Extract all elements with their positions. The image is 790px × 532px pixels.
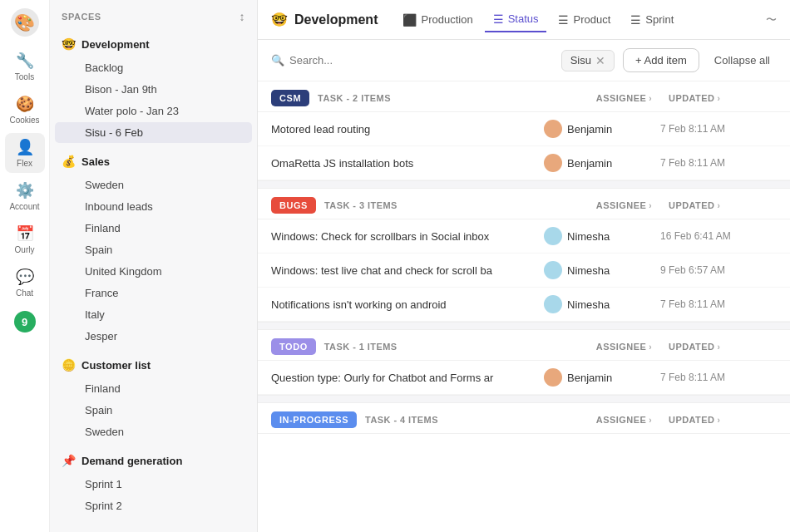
section-divider [258, 180, 790, 189]
bugs-item-count: TASK - 3 ITEMS [324, 200, 397, 210]
sidebar-group-sales-header[interactable]: 💰 Sales [50, 149, 257, 174]
task-row[interactable]: Question type: Ourly for Chatbot and For… [258, 361, 790, 395]
assignee-col-header-inprogress: ASSIGNEE › [596, 415, 652, 425]
sidebar-item-uk[interactable]: United Kingdom [55, 261, 252, 282]
task-updated: 9 Feb 6:57 AM [660, 264, 777, 276]
avatar [544, 261, 562, 279]
chat-icon: 💬 [16, 268, 34, 286]
sidebar-item-tools[interactable]: 🔧 Tools [5, 47, 45, 86]
task-row[interactable]: Windows: Check for scrollbars in Social … [258, 219, 790, 254]
task-name: Motored lead routing [271, 123, 544, 135]
sidebar-item-cookies[interactable]: 🍪 Cookies [5, 90, 45, 130]
sidebar-item-inbound[interactable]: Inbound leads [55, 196, 252, 217]
section-csm: CSM TASK - 2 ITEMS ASSIGNEE › UPDATED › … [258, 81, 790, 180]
development-group-icon: 🤓 [62, 37, 76, 51]
demandgen-group-icon: 📌 [62, 454, 76, 467]
customerlist-group-icon: 🪙 [62, 358, 76, 372]
sidebar-item-sprint1[interactable]: Sprint 1 [55, 474, 252, 495]
sidebar-item-sisu[interactable]: Sisu - 6 Feb [55, 122, 252, 143]
tab-sprint[interactable]: ☰ Sprint [622, 8, 682, 32]
sidebar: SPACES ↕ 🤓 Development Backlog Bison - J… [50, 0, 258, 532]
task-row[interactable]: Notifications isn't working on android N… [258, 288, 790, 322]
search-icon: 🔍 [271, 54, 284, 66]
task-updated: 7 Feb 8:11 AM [660, 123, 777, 135]
task-updated: 7 Feb 8:11 AM [660, 372, 777, 383]
task-row[interactable]: Motored lead routing Benjamin 7 Feb 8:11… [258, 112, 790, 146]
task-assignee: Nimesha [544, 227, 660, 245]
task-assignee: Nimesha [544, 261, 660, 279]
section-todo-header: TODO TASK - 1 ITEMS ASSIGNEE › UPDATED › [258, 330, 790, 361]
task-assignee: Benjamin [544, 368, 660, 387]
sidebar-header: SPACES ↕ [50, 0, 257, 32]
task-name: Windows: test live chat and check for sc… [271, 264, 544, 277]
section-bugs: BUGS TASK - 3 ITEMS ASSIGNEE › UPDATED ›… [258, 189, 790, 322]
sidebar-item-cl-finland[interactable]: Finland [55, 378, 252, 399]
sidebar-item-spain[interactable]: Spain [55, 239, 252, 260]
sidebar-item-cl-sweden[interactable]: Sweden [55, 421, 252, 442]
sidebar-item-account[interactable]: ⚙️ Account [5, 176, 45, 216]
sidebar-item-italy[interactable]: Italy [55, 304, 252, 325]
main-area: 🤓 Development ⬛ Production ☰ Status ☰ Pr… [258, 0, 790, 532]
expand-icon[interactable]: 〜 [766, 12, 777, 27]
task-name: Question type: Ourly for Chatbot and For… [271, 372, 544, 384]
sales-group-icon: 💰 [62, 155, 76, 168]
sidebar-group-customerlist: 🪙 Customer list Finland Spain Sweden [50, 352, 257, 443]
account-icon: ⚙️ [16, 181, 34, 200]
section-divider [258, 322, 790, 330]
nav-title-icon: 🤓 [271, 12, 288, 27]
section-inprogress-header: IN-PROGRESS TASK - 4 ITEMS ASSIGNEE › UP… [258, 403, 790, 434]
search-input[interactable] [289, 54, 456, 66]
task-name: Notifications isn't working on android [271, 298, 544, 311]
updated-col-header-inprogress: UPDATED › [669, 415, 777, 425]
badge-count: 9 [14, 311, 36, 332]
assignee-col-header-bugs: ASSIGNEE › [596, 200, 652, 210]
sidebar-item-flex[interactable]: 👤 Flex [5, 133, 45, 173]
section-todo: TODO TASK - 1 ITEMS ASSIGNEE › UPDATED ›… [258, 330, 790, 395]
sidebar-item-ourly[interactable]: 📅 Ourly [5, 219, 45, 259]
sidebar-group-customerlist-header[interactable]: 🪙 Customer list [50, 352, 257, 377]
sidebar-item-finland[interactable]: Finland [55, 218, 252, 239]
updated-sort-inprogress: › [717, 416, 720, 425]
updated-col-header: UPDATED › [669, 93, 777, 103]
filter-chip-close[interactable]: ✕ [595, 54, 605, 67]
tab-production[interactable]: ⬛ Production [394, 8, 481, 32]
sprint-tab-icon: ☰ [630, 13, 641, 27]
updated-sort-bugs: › [717, 201, 720, 210]
tab-product[interactable]: ☰ Product [550, 8, 619, 32]
task-updated: 16 Feb 6:41 AM [660, 230, 777, 242]
sort-icon[interactable]: ↕ [239, 10, 245, 23]
add-item-button[interactable]: + Add item [623, 48, 699, 72]
sidebar-item-jesper[interactable]: Jesper [55, 326, 252, 347]
filter-chip-sisu[interactable]: Sisu ✕ [561, 50, 615, 71]
csm-item-count: TASK - 2 ITEMS [318, 93, 391, 103]
sidebar-item-sweden[interactable]: Sweden [55, 175, 252, 195]
sidebar-item-cl-spain[interactable]: Spain [55, 400, 252, 421]
sidebar-item-backlog[interactable]: Backlog [55, 57, 252, 78]
sidebar-group-development: 🤓 Development Backlog Bison - Jan 9th Wa… [50, 32, 257, 144]
top-nav: 🤓 Development ⬛ Production ☰ Status ☰ Pr… [258, 0, 790, 40]
sidebar-item-chat[interactable]: 💬 Chat [5, 263, 45, 303]
sidebar-group-demandgen-header[interactable]: 📌 Demand generation [50, 448, 257, 473]
task-row[interactable]: OmaRetta JS installation bots Benjamin 7… [258, 146, 790, 180]
app-logo[interactable]: 🎨 [11, 8, 39, 37]
collapse-all-button[interactable]: Collapse all [708, 49, 777, 71]
sidebar-group-development-header[interactable]: 🤓 Development [50, 32, 257, 57]
search-box: 🔍 [271, 54, 553, 66]
tab-status[interactable]: ☰ Status [485, 7, 547, 32]
task-updated: 7 Feb 8:11 AM [660, 157, 777, 169]
task-assignee: Benjamin [544, 120, 660, 138]
sidebar-group-demandgen: 📌 Demand generation Sprint 1 Sprint 2 [50, 448, 257, 517]
sidebar-item-sprint2[interactable]: Sprint 2 [55, 495, 252, 516]
content-area: CSM TASK - 2 ITEMS ASSIGNEE › UPDATED › … [258, 81, 790, 532]
sidebar-item-waterpolo[interactable]: Water polo - Jan 23 [55, 101, 252, 121]
sidebar-item-france[interactable]: France [55, 283, 252, 303]
task-row[interactable]: Windows: test live chat and check for sc… [258, 254, 790, 288]
assignee-col-header-todo: ASSIGNEE › [596, 342, 652, 352]
assignee-sort-icon: › [649, 94, 652, 103]
notification-badge[interactable]: 9 [14, 311, 36, 332]
sidebar-item-bison[interactable]: Bison - Jan 9th [55, 79, 252, 100]
inprogress-item-count: TASK - 4 ITEMS [365, 415, 438, 425]
sidebar-group-sales: 💰 Sales Sweden Inbound leads Finland Spa… [50, 149, 257, 347]
avatar [544, 227, 562, 245]
updated-sort-todo: › [717, 342, 720, 352]
